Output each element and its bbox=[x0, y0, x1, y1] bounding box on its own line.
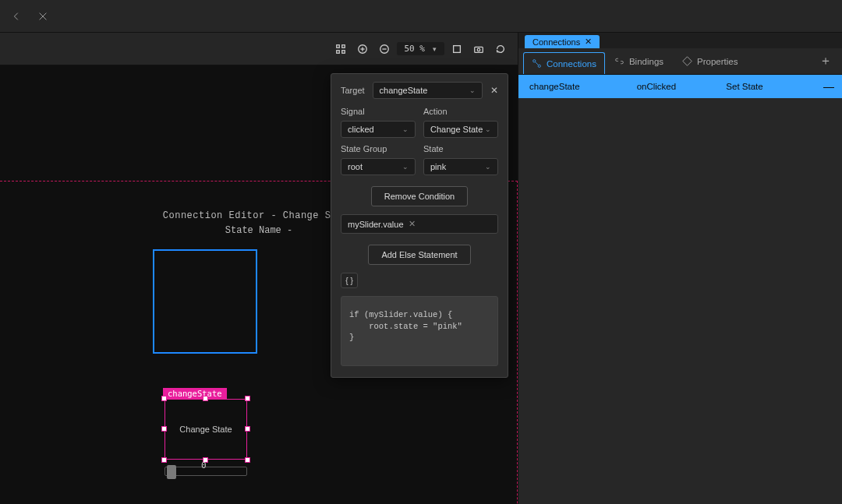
fit-screen-icon[interactable] bbox=[448, 40, 466, 58]
row-action: Set State bbox=[726, 82, 815, 91]
svg-rect-11 bbox=[454, 45, 461, 52]
target-label: Target bbox=[341, 86, 365, 95]
chevron-down-icon: ⌄ bbox=[402, 125, 409, 133]
grid-icon[interactable] bbox=[331, 40, 350, 58]
panel-tab-strip: Connections ✕ bbox=[518, 33, 842, 48]
svg-point-13 bbox=[477, 48, 480, 51]
resize-handle[interactable] bbox=[245, 396, 250, 401]
add-connection-button[interactable]: ＋ bbox=[817, 53, 834, 70]
slider-handle[interactable] bbox=[167, 465, 176, 479]
svg-point-14 bbox=[533, 60, 536, 62]
back-button[interactable] bbox=[8, 8, 25, 25]
resize-handle[interactable] bbox=[161, 426, 167, 432]
svg-rect-2 bbox=[336, 44, 339, 48]
refresh-icon[interactable] bbox=[491, 40, 510, 58]
resize-handle[interactable] bbox=[245, 426, 250, 432]
panel-tab-connections[interactable]: Connections ✕ bbox=[525, 35, 600, 48]
remove-row-button[interactable]: — bbox=[815, 80, 842, 93]
panel-subtabs: Connections Bindings Properties ＋ bbox=[518, 48, 842, 75]
canvas-toolbar: 50 % ▾ bbox=[0, 33, 518, 65]
connections-panel: Connections ✕ Connections Bindings Prope… bbox=[518, 33, 842, 504]
chevron-down-icon: ⌄ bbox=[485, 163, 491, 171]
signal-label: Signal bbox=[341, 107, 416, 116]
state-group-label: State Group bbox=[341, 144, 416, 153]
add-else-button[interactable]: Add Else Statement bbox=[368, 245, 470, 265]
target-dropdown[interactable]: changeState ⌄ bbox=[373, 82, 483, 99]
close-icon[interactable]: ✕ bbox=[490, 85, 498, 96]
action-label: Action bbox=[423, 107, 498, 116]
resize-handle[interactable] bbox=[161, 396, 167, 401]
chevron-down-icon: ⌄ bbox=[402, 163, 409, 171]
chevron-down-icon[interactable]: ▾ bbox=[430, 45, 440, 53]
state-group-value: root bbox=[348, 162, 363, 171]
chevron-down-icon: ⌄ bbox=[469, 86, 476, 94]
svg-rect-5 bbox=[341, 50, 345, 53]
rectangle-item[interactable] bbox=[153, 249, 257, 354]
connection-editor-panel: Target changeState ⌄ ✕ Signal clicked ⌄ … bbox=[331, 73, 508, 378]
window-top-strip bbox=[0, 0, 842, 33]
close-icon[interactable]: ✕ bbox=[585, 37, 592, 47]
svg-point-15 bbox=[538, 65, 540, 67]
row-target: changeState bbox=[529, 82, 637, 91]
svg-rect-12 bbox=[475, 47, 483, 52]
action-value: Change State bbox=[430, 125, 483, 134]
change-state-button-design: Change State bbox=[165, 399, 247, 460]
row-signal: onClicked bbox=[637, 82, 727, 91]
subtab-properties[interactable]: Properties bbox=[673, 48, 747, 74]
svg-rect-16 bbox=[683, 57, 692, 65]
subtab-connections[interactable]: Connections bbox=[523, 52, 605, 74]
state-value: pink bbox=[430, 162, 446, 171]
resize-handle[interactable] bbox=[203, 396, 208, 401]
resize-handle[interactable] bbox=[245, 457, 250, 463]
zoom-in-icon[interactable] bbox=[353, 40, 372, 58]
subtab-bindings[interactable]: Bindings bbox=[605, 48, 673, 74]
connection-row[interactable]: changeState onClicked Set State — bbox=[518, 75, 842, 98]
remove-condition-button[interactable]: Remove Condition bbox=[371, 186, 469, 206]
chevron-down-icon: ⌄ bbox=[485, 125, 491, 133]
signal-dropdown[interactable]: clicked ⌄ bbox=[341, 121, 416, 138]
code-toggle-button[interactable]: { } bbox=[341, 273, 358, 288]
selected-item[interactable]: changeState Change State bbox=[165, 399, 247, 460]
resize-handle[interactable] bbox=[161, 457, 167, 463]
condition-expression: mySlider.value bbox=[348, 220, 404, 229]
zoom-value: 50 % bbox=[402, 44, 429, 54]
signal-value: clicked bbox=[348, 125, 374, 134]
close-button[interactable] bbox=[34, 8, 51, 25]
zoom-out-icon[interactable] bbox=[375, 40, 394, 58]
state-dropdown[interactable]: pink ⌄ bbox=[423, 158, 498, 175]
state-label: State bbox=[423, 144, 498, 153]
action-dropdown[interactable]: Change State ⌄ bbox=[423, 121, 498, 138]
generated-code: if (mySlider.value) { root.state = "pink… bbox=[341, 296, 498, 366]
svg-rect-4 bbox=[336, 50, 339, 53]
slider-value: 0 bbox=[201, 460, 207, 471]
selected-item-text: Change State bbox=[179, 425, 232, 434]
zoom-level[interactable]: 50 % ▾ bbox=[397, 42, 445, 55]
selection-tag: changeState bbox=[163, 388, 227, 399]
clear-icon[interactable]: ✕ bbox=[409, 219, 416, 229]
state-group-dropdown[interactable]: root ⌄ bbox=[341, 158, 416, 175]
camera-icon[interactable] bbox=[469, 40, 488, 58]
condition-input[interactable]: mySlider.value ✕ bbox=[341, 214, 498, 234]
target-value: changeState bbox=[380, 86, 428, 95]
svg-rect-3 bbox=[341, 44, 345, 48]
